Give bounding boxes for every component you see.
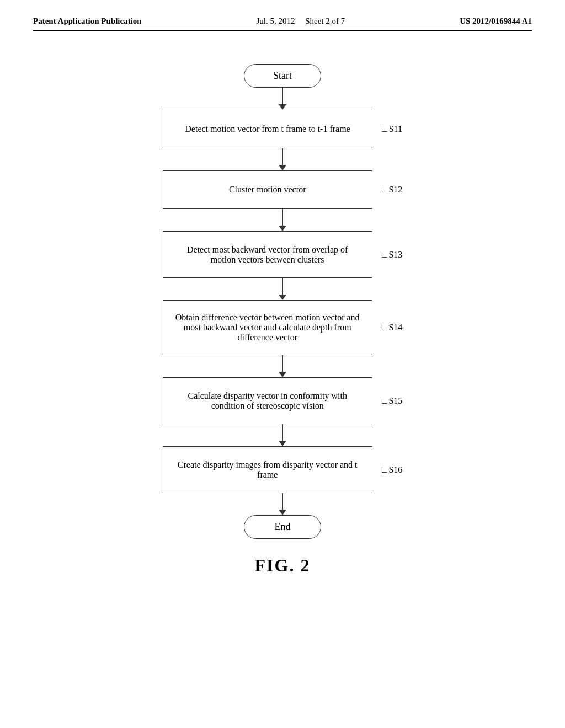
arrow-5	[279, 355, 286, 377]
arrow-2	[279, 148, 286, 170]
step-s15-box: Calculate disparity vector in conformity…	[163, 377, 372, 424]
step-s14-text: Obtain difference vector between motion …	[174, 313, 361, 342]
step-s14-label: ∟S14	[380, 323, 403, 333]
step-s15-label: ∟S15	[380, 396, 403, 406]
step-s15-wrapper: Calculate disparity vector in conformity…	[163, 377, 403, 424]
arrow-line-3	[282, 209, 283, 226]
start-terminal: Start	[244, 64, 321, 88]
arrow-7	[279, 493, 286, 515]
step-s13-box: Detect most backward vector from overlap…	[163, 231, 372, 278]
step-s12-text: Cluster motion vector	[229, 185, 306, 195]
arrow-head-5	[279, 372, 286, 377]
end-terminal: End	[244, 515, 321, 539]
arrow-line-2	[282, 148, 283, 165]
step-s13-wrapper: Detect most backward vector from overlap…	[163, 231, 403, 278]
header-date-sheet: Jul. 5, 2012 Sheet 2 of 7	[256, 17, 345, 26]
step-s14-wrapper: Obtain difference vector between motion …	[163, 300, 403, 355]
step-s11-label: ∟S11	[380, 124, 402, 134]
step-s12-label: ∟S12	[380, 185, 403, 195]
arrow-4	[279, 278, 286, 300]
arrow-6	[279, 424, 286, 446]
arrow-head-3	[279, 226, 286, 231]
step-s11-box: Detect motion vector from t frame to t-1…	[163, 110, 372, 148]
header-patent-number: US 2012/0169844 A1	[460, 17, 532, 26]
step-s14-box: Obtain difference vector between motion …	[163, 300, 372, 355]
step-s16-text: Create disparity images from disparity v…	[174, 460, 361, 480]
step-s16-wrapper: Create disparity images from disparity v…	[163, 446, 403, 493]
arrow-line-1	[282, 88, 283, 104]
header-sheet: Sheet 2 of 7	[305, 17, 345, 25]
flowchart: Start Detect motion vector from t frame …	[33, 64, 532, 539]
arrow-line-5	[282, 355, 283, 372]
arrow-head-7	[279, 510, 286, 515]
arrow-1	[279, 88, 286, 110]
step-s11-text: Detect motion vector from t frame to t-1…	[185, 124, 350, 134]
arrow-head-4	[279, 295, 286, 300]
arrow-line-6	[282, 424, 283, 441]
header-date: Jul. 5, 2012	[256, 17, 295, 25]
step-s13-text: Detect most backward vector from overlap…	[174, 245, 361, 265]
step-s16-label: ∟S16	[380, 465, 403, 475]
arrow-line-7	[282, 493, 283, 510]
arrow-head-2	[279, 165, 286, 170]
arrow-line-4	[282, 278, 283, 295]
step-s13-label: ∟S13	[380, 250, 403, 260]
step-s11-wrapper: Detect motion vector from t frame to t-1…	[163, 110, 402, 148]
step-s12-wrapper: Cluster motion vector ∟S12	[163, 170, 403, 209]
header: Patent Application Publication Jul. 5, 2…	[33, 17, 532, 31]
arrow-head-1	[279, 104, 286, 110]
step-s15-text: Calculate disparity vector in conformity…	[174, 391, 361, 411]
header-publication: Patent Application Publication	[33, 17, 142, 26]
arrow-head-6	[279, 441, 286, 446]
arrow-3	[279, 209, 286, 231]
step-s16-box: Create disparity images from disparity v…	[163, 446, 372, 493]
figure-label: FIG. 2	[33, 555, 532, 576]
page: Patent Application Publication Jul. 5, 2…	[0, 0, 565, 728]
step-s12-box: Cluster motion vector	[163, 170, 372, 209]
